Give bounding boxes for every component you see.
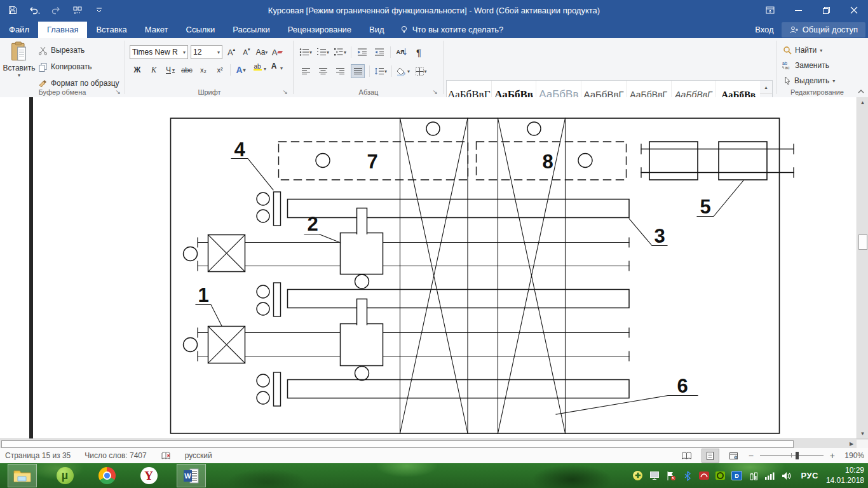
taskbar-clock[interactable]: 10:29 14.01.2018	[821, 465, 864, 485]
italic-button[interactable]: К	[147, 64, 160, 76]
bullet-list-button[interactable]: ▾	[299, 46, 312, 58]
scroll-up-icon[interactable]: ▲	[857, 97, 868, 107]
sign-in-link[interactable]: Вход	[747, 22, 781, 38]
redo-icon[interactable]	[50, 4, 62, 17]
change-case-button[interactable]: Aa▾	[255, 46, 268, 58]
subscript-button[interactable]: x₂	[197, 64, 210, 76]
page-indicator[interactable]: Страница 15 из 35	[5, 451, 71, 460]
font-family-combo[interactable]: Times New R ▾	[130, 45, 188, 59]
scroll-right-icon[interactable]: ▶	[847, 440, 856, 448]
zoom-slider[interactable]	[760, 449, 824, 462]
yandex-browser-button[interactable]: Y	[135, 464, 163, 487]
proofing-error-icon[interactable]	[161, 451, 171, 461]
tell-me-box[interactable]: Что вы хотите сделать?	[393, 22, 510, 38]
tab-references[interactable]: Ссылки	[177, 22, 224, 38]
text-effects-label: А	[236, 65, 242, 75]
shrink-font-button[interactable]: А▾	[240, 46, 253, 58]
language-indicator[interactable]: русский	[185, 451, 212, 460]
decrease-indent-button[interactable]	[356, 46, 369, 58]
tab-review[interactable]: Рецензирование	[279, 22, 360, 38]
video-panel-icon[interactable]: D	[731, 470, 742, 481]
group-separator	[443, 41, 444, 94]
zoom-in-icon[interactable]: +	[830, 451, 835, 461]
align-center-button[interactable]	[316, 65, 329, 78]
align-right-button[interactable]	[334, 65, 346, 78]
horizontal-scrollbar[interactable]: ▶	[0, 438, 868, 449]
minimize-button[interactable]	[784, 0, 812, 20]
align-left-button[interactable]	[299, 65, 312, 78]
close-button[interactable]	[840, 0, 868, 20]
zoom-level[interactable]: 190%	[841, 451, 864, 460]
display-settings-icon[interactable]	[649, 470, 660, 481]
numbered-list-button[interactable]: ▾	[316, 46, 329, 58]
zoom-out-icon[interactable]: −	[749, 451, 754, 461]
tab-file[interactable]: Файл	[0, 22, 38, 38]
increase-indent-button[interactable]	[373, 46, 386, 58]
tab-insert[interactable]: Вставка	[87, 22, 135, 38]
volume-icon[interactable]	[781, 470, 792, 481]
file-explorer-button[interactable]	[8, 464, 37, 487]
line-spacing-button[interactable]: ▾	[374, 65, 387, 78]
network-signal-icon[interactable]	[764, 470, 775, 481]
horizontal-scroll-thumb[interactable]	[1, 440, 794, 448]
word-button[interactable]: W	[177, 464, 206, 487]
text-effects-button[interactable]: А▾	[234, 64, 247, 76]
font-size-combo[interactable]: 12 ▾	[191, 45, 222, 59]
clear-formatting-button[interactable]: А	[271, 46, 283, 58]
customize-qat-icon[interactable]	[93, 4, 105, 17]
cut-button[interactable]: Вырезать	[38, 43, 119, 57]
read-mode-button[interactable]	[679, 449, 695, 462]
document-canvas[interactable]: 1 2 3 4 5 6 7 8	[0, 97, 857, 438]
word-count[interactable]: Число слов: 7407	[85, 451, 146, 460]
action-center-flag-icon[interactable]	[665, 470, 676, 481]
language-switcher[interactable]: РУС	[801, 463, 818, 488]
web-layout-button[interactable]	[726, 449, 742, 462]
tab-layout[interactable]: Макет	[136, 22, 177, 38]
download-manager-icon[interactable]	[698, 470, 709, 481]
paste-button[interactable]: Вставить ▾	[4, 41, 34, 90]
superscript-button[interactable]: x²	[214, 64, 226, 76]
group-separator	[776, 41, 777, 94]
undo-icon[interactable]	[28, 4, 41, 17]
show-hidden-icons-icon[interactable]: ✚	[632, 470, 643, 481]
tab-home[interactable]: Главная	[38, 22, 87, 38]
restore-button[interactable]	[812, 0, 840, 20]
nvidia-settings-icon[interactable]	[715, 470, 726, 481]
tab-view[interactable]: Вид	[360, 22, 393, 38]
copy-button[interactable]: Копировать	[38, 60, 119, 74]
show-paragraph-marks-button[interactable]: ¶	[412, 46, 425, 58]
vertical-scrollbar[interactable]: ▲ ▼	[857, 97, 868, 438]
font-color-button[interactable]: А▾	[268, 64, 280, 76]
chrome-button[interactable]	[93, 464, 121, 487]
borders-button[interactable]: ▾	[414, 65, 427, 78]
replace-button[interactable]: abac Заменить	[782, 58, 829, 72]
vertical-scroll-thumb[interactable]	[858, 234, 867, 250]
bluetooth-icon[interactable]	[682, 470, 693, 481]
highlight-button[interactable]: ab▾	[251, 64, 264, 76]
utorrent-button[interactable]: µ	[51, 464, 79, 487]
zoom-slider-thumb[interactable]	[796, 452, 799, 459]
bold-button[interactable]: Ж	[131, 64, 144, 76]
share-button[interactable]: Общий доступ	[782, 22, 865, 37]
tab-mailings[interactable]: Рассылки	[224, 22, 278, 38]
clipboard-dialog-launcher-icon[interactable]: ↘	[116, 89, 121, 95]
paragraph-dialog-launcher-icon[interactable]: ↘	[433, 89, 438, 95]
select-button[interactable]: Выделить▾	[783, 74, 835, 88]
shading-button[interactable]: ▾	[397, 65, 410, 78]
multilevel-list-button[interactable]: ▾	[334, 46, 346, 58]
print-layout-button[interactable]	[702, 449, 719, 463]
styles-scroll-up-icon[interactable]: ▴	[760, 81, 772, 94]
scroll-down-icon[interactable]: ▼	[857, 428, 868, 438]
touch-mode-icon[interactable]	[71, 4, 84, 17]
font-dialog-launcher-icon[interactable]: ↘	[283, 89, 288, 95]
grow-font-button[interactable]: А▴	[225, 46, 238, 58]
sort-button[interactable]: АЯ	[395, 46, 408, 58]
strikethrough-button[interactable]: abc	[180, 64, 193, 76]
collapse-ribbon-icon[interactable]	[857, 88, 865, 95]
find-button[interactable]: Найти▾	[783, 43, 822, 57]
justify-button[interactable]	[351, 64, 365, 78]
power-battery-icon[interactable]	[748, 470, 759, 481]
save-icon[interactable]	[6, 4, 19, 17]
ribbon-display-options-icon[interactable]	[756, 0, 784, 20]
underline-button[interactable]: Ч▾	[164, 64, 177, 76]
